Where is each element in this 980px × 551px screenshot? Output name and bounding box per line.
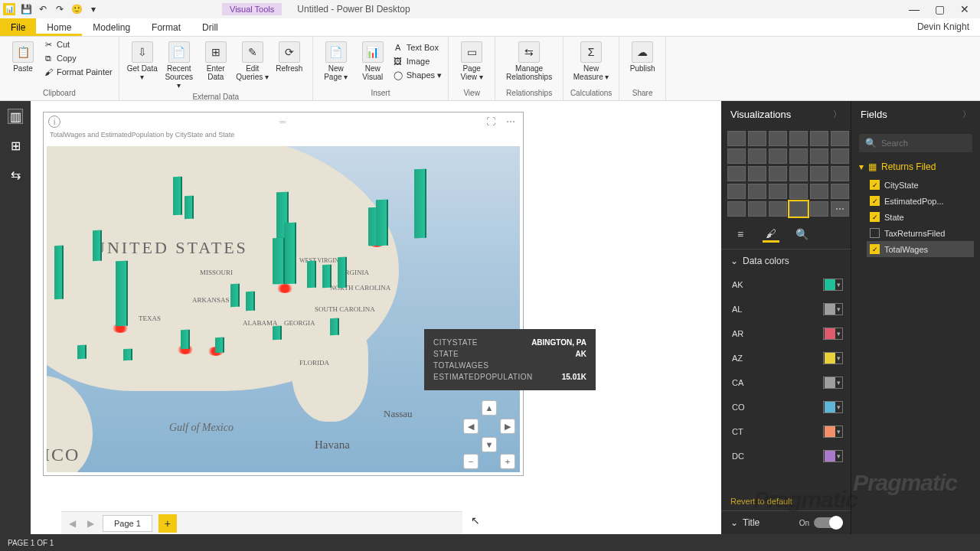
model-view-icon[interactable]: ⇆	[8, 167, 23, 182]
map-zoom-in-icon[interactable]: +	[500, 454, 515, 469]
color-swatch[interactable]: ▾	[823, 450, 843, 462]
viz-type[interactable]	[727, 131, 746, 146]
publish-button[interactable]: ☁Publish	[624, 38, 661, 76]
map-visual[interactable]: i ═ ⛶ ⋯ TotalWages and EstimatedPopulati…	[43, 112, 524, 476]
viz-type[interactable]	[789, 148, 808, 164]
page-tab-1[interactable]: Page 1	[103, 515, 152, 532]
minimize-icon[interactable]: —	[909, 3, 920, 15]
viz-type[interactable]	[831, 166, 849, 181]
viz-type[interactable]	[727, 201, 746, 217]
signed-in-user[interactable]: Devin Knight	[906, 18, 980, 36]
field-checkbox[interactable]: ✓	[870, 244, 880, 254]
tab-modeling[interactable]: Modeling	[82, 18, 141, 36]
smiley-icon[interactable]: 🙂	[70, 3, 83, 15]
map-tilt-up-icon[interactable]: ▲	[482, 400, 497, 416]
map-zoom-out-icon[interactable]: −	[463, 454, 479, 469]
field-row[interactable]: TaxReturnsFiled	[867, 225, 974, 241]
viz-type[interactable]	[831, 148, 849, 164]
tab-format[interactable]: Format	[141, 18, 191, 36]
viz-type[interactable]	[748, 148, 766, 164]
map-pan-left-icon[interactable]: ◀	[463, 419, 479, 434]
color-swatch[interactable]: ▾	[823, 425, 843, 438]
report-view-icon[interactable]: ▥	[8, 109, 23, 124]
paste-button[interactable]: 📋Paste	[5, 38, 41, 78]
data-view-icon[interactable]: ⊞	[8, 138, 23, 153]
fields-table-returns-filed[interactable]: ▾ ▦ Returns Filed	[851, 158, 980, 175]
color-swatch[interactable]: ▾	[823, 279, 843, 291]
save-icon[interactable]: 💾	[20, 3, 32, 15]
file-tab[interactable]: File	[0, 18, 36, 36]
redo-icon[interactable]: ↷	[54, 3, 66, 15]
recent-sources-button[interactable]: 📄Recent Sources ▾	[161, 38, 198, 93]
field-row[interactable]: ✓TotalWages	[867, 241, 974, 257]
shapes-button[interactable]: ◯Shapes ▾	[391, 69, 443, 81]
tab-drill[interactable]: Drill	[191, 18, 229, 36]
new-page-button[interactable]: 📄New Page ▾	[318, 38, 354, 84]
color-swatch[interactable]: ▾	[823, 352, 843, 364]
copy-button[interactable]: ⧉Copy	[41, 52, 114, 64]
viz-type[interactable]	[769, 131, 787, 146]
more-options-icon[interactable]: ⋯	[503, 116, 518, 127]
new-measure-button[interactable]: ΣNew Measure ▾	[568, 38, 614, 84]
viz-type[interactable]	[769, 166, 787, 181]
color-swatch[interactable]: ▾	[823, 377, 843, 389]
data-colors-section[interactable]: ⌄Data colors	[721, 249, 851, 272]
viz-type[interactable]	[748, 201, 766, 217]
refresh-button[interactable]: ⟳Refresh	[271, 38, 308, 93]
viz-type[interactable]	[748, 131, 766, 146]
page-view-button[interactable]: ▭Page View ▾	[453, 38, 490, 84]
field-row[interactable]: ✓CityState	[867, 177, 974, 193]
title-toggle[interactable]	[814, 517, 841, 528]
viz-type[interactable]	[810, 201, 828, 217]
viz-type[interactable]	[810, 184, 828, 199]
color-swatch[interactable]: ▾	[823, 401, 843, 413]
viz-type-selected[interactable]	[789, 201, 808, 217]
field-row[interactable]: ✓EstimatedPop...	[867, 193, 974, 209]
viz-type[interactable]	[769, 184, 787, 199]
maximize-icon[interactable]: ▢	[935, 3, 945, 15]
format-painter-button[interactable]: 🖌Format Painter	[41, 66, 114, 78]
viz-type[interactable]	[789, 166, 808, 181]
image-button[interactable]: 🖼Image	[391, 55, 443, 67]
analytics-tab-icon[interactable]: 🔍	[793, 226, 810, 243]
get-data-button[interactable]: ⇩Get Data ▾	[124, 38, 161, 93]
viz-type[interactable]	[727, 166, 746, 181]
field-checkbox[interactable]: ✓	[870, 180, 880, 190]
field-checkbox[interactable]: ✓	[870, 196, 880, 206]
page-next-icon[interactable]: ▶	[84, 518, 96, 529]
viz-type[interactable]	[769, 148, 787, 164]
viz-type[interactable]	[727, 184, 746, 199]
visual-drag-handle[interactable]: ═	[279, 116, 288, 127]
tab-home[interactable]: Home	[36, 18, 82, 36]
enter-data-button[interactable]: ⊞Enter Data	[198, 38, 234, 93]
color-swatch[interactable]: ▾	[823, 328, 843, 340]
field-row[interactable]: ✓State	[867, 209, 974, 225]
viz-type[interactable]	[810, 148, 828, 164]
visual-info-icon[interactable]: i	[48, 116, 60, 128]
focus-mode-icon[interactable]: ⛶	[483, 116, 498, 127]
text-box-button[interactable]: AText Box	[391, 41, 443, 54]
field-checkbox[interactable]	[870, 228, 880, 238]
edit-queries-button[interactable]: ✎Edit Queries ▾	[234, 38, 271, 93]
collapse-viz-pane-icon[interactable]: 〉	[833, 109, 841, 120]
field-checkbox[interactable]: ✓	[870, 212, 880, 222]
title-section-label[interactable]: Title	[738, 517, 799, 528]
fields-search[interactable]: 🔍	[859, 134, 972, 152]
add-page-button[interactable]: +	[158, 514, 177, 533]
fields-well-tab-icon[interactable]: ≡	[732, 226, 749, 243]
viz-type-more[interactable]: ⋯	[831, 201, 849, 217]
fields-search-input[interactable]	[881, 139, 966, 148]
collapse-fields-pane-icon[interactable]: 〉	[962, 109, 971, 120]
color-swatch[interactable]: ▾	[823, 303, 843, 315]
cut-button[interactable]: ✂Cut	[41, 38, 114, 51]
viz-type[interactable]	[789, 131, 808, 146]
viz-type[interactable]	[769, 201, 787, 217]
report-canvas[interactable]: i ═ ⛶ ⋯ TotalWages and EstimatedPopulati…	[31, 101, 721, 534]
page-prev-icon[interactable]: ◀	[66, 518, 78, 529]
viz-type[interactable]	[789, 184, 808, 199]
new-visual-button[interactable]: 📊New Visual	[354, 38, 391, 84]
viz-type[interactable]	[810, 131, 828, 146]
viz-type[interactable]	[810, 166, 828, 181]
viz-type[interactable]	[831, 131, 849, 146]
viz-type[interactable]	[831, 184, 849, 199]
